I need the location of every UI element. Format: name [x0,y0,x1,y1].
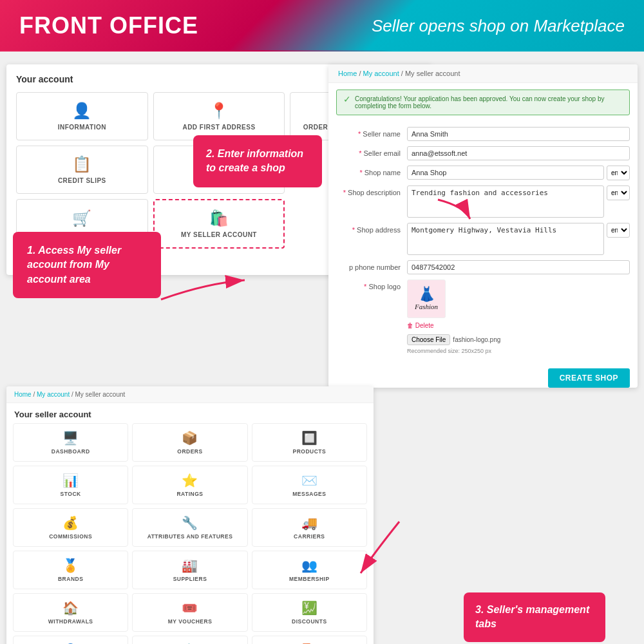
create-btn-area: CREATE SHOP [336,359,630,363]
myvouchers-label: MY VOUCHERS [168,618,213,625]
seller-label: MY SELLER ACCOUNT [181,231,257,238]
seller-tile-myvouchers[interactable]: 🎟️ MY VOUCHERS [132,593,247,632]
callout-2: 2. Enter information to create a shop [193,135,322,187]
main-content: Your account 👤 INFORMATION 📍 ADD FIRST A… [0,52,644,644]
shop-desc-input[interactable]: Trending fashion and accessories [407,185,604,218]
seller-tile-suppliers[interactable]: 🏭 SUPPLIERS [132,551,247,589]
messages-icon: ✉️ [301,473,317,488]
myvouchers-icon: 🎟️ [182,600,198,616]
phone-input[interactable] [407,260,630,274]
check-icon: ✓ [343,94,351,104]
seller-icon: 🛍️ [209,209,229,227]
dashboard-icon: 🖥️ [62,430,79,446]
seller-tile-dashboard[interactable]: 🖥️ DASHBOARD [13,423,128,462]
callout-3-text: 3. Seller's management tabs [475,604,589,629]
seller-tile-orders[interactable]: 📦 ORDERS [132,423,247,462]
seller-tiles-grid: 🖥️ DASHBOARD 📦 ORDERS 🔲 PRODUCTS 📊 STOCK… [6,423,374,644]
seller-tile-products[interactable]: 🔲 PRODUCTS [252,423,367,462]
success-text: Congratulations! Your application has be… [355,95,623,109]
fashion-dress-icon: 👗 [418,286,435,303]
shop-desc-lang[interactable]: en [607,185,630,200]
membership-label: MEMBERSHIP [289,576,330,582]
file-name-text: fashion-logo.png [453,336,500,343]
field-logo: Shop logo 👗 Fashion 🗑 Delete Choose File… [336,279,630,354]
seller-tile-profile[interactable]: 👤 SELLER PROFILE [13,636,128,644]
dashboard-label: DASHBOARD [52,448,90,455]
address-label: ADD FIRST ADDRESS [182,124,255,131]
seller-panel: Home / My account / My seller account Yo… [6,386,374,644]
seller-tile-shopmanagers[interactable]: 🏪 SHOP MANAGERS [252,636,367,644]
shop-address-input[interactable]: Montgomery Highway, Vestavia Hills [407,223,604,255]
breadcrumb-myaccount[interactable]: My account [363,70,399,77]
shop-name-lang[interactable]: en [607,166,630,180]
seller-tile-carriers[interactable]: 🚚 CARRIERS [252,508,367,547]
seller-bc-seller: My seller account [75,391,126,398]
header-title-left: FRONT OFFICE [19,12,198,39]
information-label: INFORMATION [58,124,106,131]
withdrawals-icon: 🏠 [62,600,79,616]
seller-panel-title: Your seller account [6,403,374,423]
credit-icon: 📋 [72,155,91,173]
seller-tile-vacation[interactable]: 🏖️ VACATION MODE [132,636,247,644]
ratings-label: RATINGS [176,491,203,497]
account-tile-credit[interactable]: 📋 CREDIT SLIPS [16,146,148,194]
address-icon: 📍 [209,102,229,120]
callout-1-text: 1. Access My seller account from My acco… [27,245,121,285]
seller-tile-brands[interactable]: 🏅 BRANDS [13,551,128,589]
callout-2-text: 2. Enter information to create a shop [206,148,303,173]
shop-address-label: Shop address [336,223,407,234]
ratings-icon: ⭐ [182,473,198,488]
choose-file-button[interactable]: Choose File [407,334,450,345]
shop-address-lang[interactable]: en [607,223,630,238]
membership-icon: 👥 [301,558,317,573]
information-icon: 👤 [72,102,91,120]
seller-bc-account[interactable]: My account [37,391,70,398]
account-tile-seller[interactable]: 🛍️ MY SELLER ACCOUNT [153,199,285,249]
seller-tile-commissions[interactable]: 💰 COMMISSIONS [13,508,128,547]
field-phone: p phone number [336,260,630,274]
form-body: Seller name Seller email Shop name en Sh… [328,122,638,371]
discounts-label: DISCOUNTS [292,618,327,625]
logo-label: Shop logo [336,279,407,290]
shop-name-input[interactable] [407,166,604,180]
brands-label: BRANDS [58,576,83,582]
callout-3: 3. Seller's management tabs [464,592,605,642]
seller-tile-discounts[interactable]: 💹 DISCOUNTS [252,593,367,632]
seller-tile-membership[interactable]: 👥 MEMBERSHIP [252,551,367,589]
field-shop-address: Shop address Montgomery Highway, Vestavi… [336,223,630,255]
seller-name-input[interactable] [407,127,630,141]
stock-icon: 📊 [62,473,79,488]
breadcrumb-home[interactable]: Home [338,70,357,77]
commissions-label: COMMISSIONS [49,533,92,540]
seller-tile-withdrawals[interactable]: 🏠 WITHDRAWALS [13,593,128,632]
create-shop-button[interactable]: CREATE SHOP [548,368,630,388]
breadcrumb-seller: My seller account [405,70,460,77]
phone-label: p phone number [336,260,407,271]
seller-tile-stock[interactable]: 📊 STOCK [13,466,128,504]
cart-icon: 🛒 [72,209,91,227]
suppliers-icon: 🏭 [182,558,198,573]
field-seller-email: Seller email [336,146,630,160]
seller-tile-messages[interactable]: ✉️ MESSAGES [252,466,367,504]
seller-tile-attributes[interactable]: 🔧 ATTRIBUTES AND FEATURES [132,508,247,547]
recommended-size: Recommended size: 250x250 px [407,348,500,354]
seller-email-input[interactable] [407,146,630,160]
seller-email-label: Seller email [336,146,407,157]
field-seller-name: Seller name [336,127,630,141]
carriers-label: CARRIERS [294,533,325,540]
shop-desc-label: Shop description [336,185,407,196]
messages-label: MESSAGES [292,491,326,497]
logo-delete-link[interactable]: 🗑 Delete [407,322,500,329]
logo-image: 👗 Fashion [407,279,446,318]
carriers-icon: 🚚 [301,515,317,531]
account-tile-information[interactable]: 👤 INFORMATION [16,92,148,140]
products-label: PRODUCTS [292,448,326,455]
seller-bc-home[interactable]: Home [14,391,32,398]
account-tile-address[interactable]: 📍 ADD FIRST ADDRESS [153,92,285,140]
seller-tile-ratings[interactable]: ⭐ RATINGS [132,466,247,504]
orders-s-label: ORDERS [177,448,202,455]
form-breadcrumb: Home / My account / My seller account [328,64,638,83]
success-bar: ✓ Congratulations! Your application has … [336,90,630,115]
attributes-label: ATTRIBUTES AND FEATURES [147,533,233,540]
stock-label: STOCK [61,491,81,497]
